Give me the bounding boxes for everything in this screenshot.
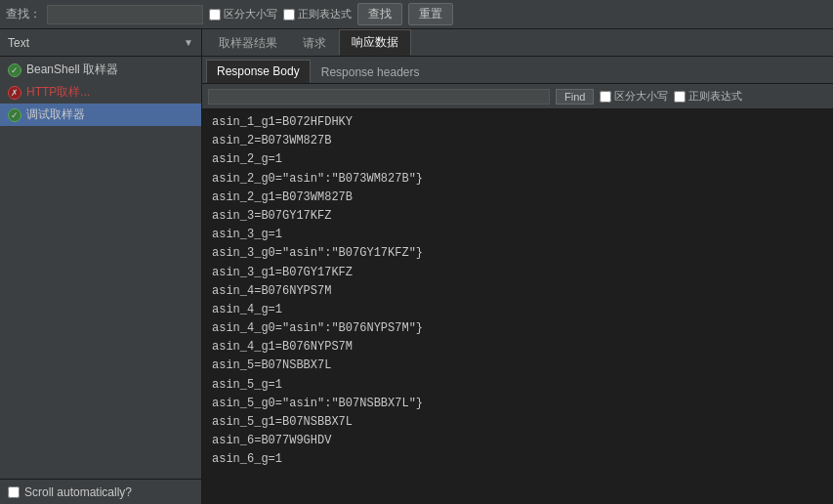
regex-label: 正则表达式	[298, 7, 352, 21]
scroll-auto-checkbox[interactable]	[8, 486, 20, 498]
content-line: asin_4_g=1	[210, 301, 825, 319]
content-line: asin_6_g=1	[210, 450, 825, 469]
green-icon: ✓	[8, 63, 21, 77]
find-case-checkbox[interactable]	[600, 91, 611, 103]
left-footer: Scroll automatically?	[0, 479, 201, 504]
response-content-area[interactable]: asin_1_g1=B072HFDHKYasin_2=B073WM827Basi…	[202, 109, 833, 504]
tree-items: ✓ BeanShell 取样器 ✗ HTTP取样... ✓ 调试取样器	[0, 57, 201, 479]
list-item[interactable]: ✓ BeanShell 取样器	[0, 59, 201, 81]
item-label: 调试取样器	[26, 106, 85, 123]
scroll-auto-label: Scroll automatically?	[24, 485, 132, 499]
content-line: asin_4=B076NYPS7M	[210, 282, 825, 301]
green-icon: ✓	[8, 108, 21, 122]
red-icon: ✗	[8, 86, 21, 100]
tab-request[interactable]: 请求	[290, 30, 339, 56]
find-case-label: 区分大小写	[614, 89, 668, 104]
tab-response-data[interactable]: 响应数据	[339, 29, 411, 56]
find-regex-label: 正则表达式	[688, 89, 742, 104]
content-line: asin_4_g0="asin":"B076NYPS7M"}	[210, 319, 825, 338]
search-bar: 查找： 区分大小写 正则表达式 查找 重置	[0, 0, 833, 29]
left-panel-type-label: Text	[4, 36, 180, 50]
content-line: asin_5=B07NSBBX7L	[210, 357, 825, 375]
content-line: asin_4_g1=B076NYPS7M	[210, 338, 825, 357]
list-item[interactable]: ✗ HTTP取样...	[0, 81, 201, 104]
main-layout: Text ▼ ✓ BeanShell 取样器 ✗ HTTP取样... ✓ 调试取…	[0, 29, 833, 504]
find-input[interactable]	[208, 89, 550, 105]
regex-checkbox[interactable]	[283, 9, 295, 21]
item-label: HTTP取样...	[26, 84, 90, 101]
content-line: asin_6=B077W9GHDV	[210, 432, 825, 450]
tabs-row2: Response Body Response headers	[202, 57, 833, 84]
content-line: asin_2_g0="asin":"B073WM827B"}	[210, 170, 825, 189]
find-case-group: 区分大小写	[600, 89, 668, 104]
left-panel: Text ▼ ✓ BeanShell 取样器 ✗ HTTP取样... ✓ 调试取…	[0, 29, 202, 504]
content-line: asin_2_g1=B073WM827B	[210, 189, 825, 207]
case-sensitive-checkbox[interactable]	[209, 9, 221, 21]
find-button[interactable]: Find	[556, 89, 594, 105]
case-sensitive-label: 区分大小写	[224, 7, 277, 21]
item-label: BeanShell 取样器	[26, 62, 118, 78]
tab-sampler-results[interactable]: 取样器结果	[206, 30, 290, 56]
find-bar: Find 区分大小写 正则表达式	[202, 84, 833, 109]
content-line: asin_3_g0="asin":"B07GY17KFZ"}	[210, 244, 825, 263]
content-line: asin_5_g1=B07NSBBX7L	[210, 413, 825, 432]
reset-button[interactable]: 重置	[408, 3, 453, 25]
tabs-row1: 取样器结果 请求 响应数据	[202, 29, 833, 57]
find-button[interactable]: 查找	[357, 3, 402, 25]
content-line: asin_3=B07GY17KFZ	[210, 207, 825, 226]
find-regex-checkbox[interactable]	[674, 91, 686, 103]
search-input[interactable]	[47, 5, 203, 24]
tab-response-body[interactable]: Response Body	[206, 60, 311, 83]
find-regex-group: 正则表达式	[674, 89, 742, 104]
list-item[interactable]: ✓ 调试取样器	[0, 104, 201, 126]
left-header: Text ▼	[0, 29, 201, 57]
case-sensitive-group: 区分大小写	[209, 7, 277, 21]
content-line: asin_1_g1=B072HFDHKY	[210, 113, 825, 132]
content-line: asin_3_g1=B07GY17KFZ	[210, 264, 825, 282]
dropdown-arrow-icon[interactable]: ▼	[180, 35, 197, 50]
content-line: asin_2_g=1	[210, 150, 825, 169]
tab-response-headers[interactable]: Response headers	[311, 61, 431, 83]
right-panel: 取样器结果 请求 响应数据 Response Body Response hea…	[202, 29, 833, 504]
content-line: asin_5_g0="asin":"B07NSBBX7L"}	[210, 395, 825, 413]
content-line: asin_2=B073WM827B	[210, 132, 825, 150]
regex-group: 正则表达式	[283, 7, 352, 21]
search-label: 查找：	[6, 6, 41, 22]
content-line: asin_5_g=1	[210, 376, 825, 395]
content-line: asin_3_g=1	[210, 226, 825, 244]
